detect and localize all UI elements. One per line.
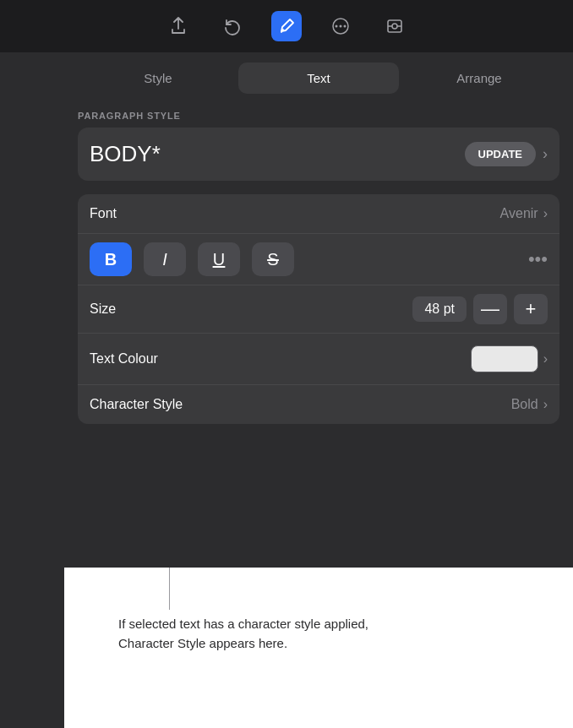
size-value: 48 pt (412, 296, 467, 322)
paintbrush-icon[interactable] (271, 11, 302, 41)
font-row[interactable]: Font Avenir › (78, 194, 559, 234)
undo-icon[interactable] (217, 11, 248, 41)
paragraph-style-name: BODY* (90, 141, 161, 167)
paragraph-style-actions: UPDATE › (465, 142, 548, 166)
tab-arrange[interactable]: Arrange (399, 62, 559, 94)
character-style-label: Character Style (90, 397, 183, 412)
size-row: Size 48 pt — + (78, 285, 559, 334)
tab-text[interactable]: Text (238, 62, 399, 94)
svg-point-1 (340, 25, 342, 28)
paragraph-style-chevron[interactable]: › (543, 145, 548, 163)
svg-point-5 (392, 24, 397, 29)
text-colour-label: Text Colour (90, 351, 158, 367)
text-colour-chevron: › (543, 351, 548, 367)
strikethrough-button[interactable]: S (252, 242, 294, 276)
more-format-button[interactable]: ••• (528, 248, 548, 270)
annotation-box: If selected text has a character style a… (118, 615, 406, 653)
annotation-text: If selected text has a character style a… (118, 617, 368, 650)
font-chevron: › (543, 206, 548, 221)
paragraph-style-row: BODY* UPDATE › (78, 128, 559, 181)
text-colour-value: › (471, 345, 548, 372)
annotation-line (169, 568, 170, 610)
colour-swatch[interactable] (471, 345, 538, 372)
size-increase-button[interactable]: + (514, 294, 548, 324)
update-button[interactable]: UPDATE (465, 142, 536, 166)
sidebar-strip (0, 52, 64, 728)
character-style-chevron: › (543, 397, 548, 412)
size-decrease-button[interactable]: — (473, 294, 507, 324)
font-value: Avenir › (500, 206, 548, 221)
font-label: Font (90, 206, 117, 221)
format-buttons-row: B I U S ••• (78, 234, 559, 285)
size-controls: 48 pt — + (412, 294, 548, 324)
bold-button[interactable]: B (90, 242, 132, 276)
more-options-icon[interactable] (325, 11, 356, 41)
svg-point-2 (344, 25, 347, 28)
character-style-value: Bold › (511, 397, 548, 412)
annotation-area: If selected text has a character style a… (64, 568, 573, 728)
share-icon[interactable] (163, 11, 194, 41)
underline-button[interactable]: U (198, 242, 240, 276)
paragraph-style-card: BODY* UPDATE › (78, 128, 559, 181)
character-style-row[interactable]: Character Style Bold › (78, 385, 559, 424)
view-icon[interactable] (379, 11, 410, 41)
tab-style[interactable]: Style (78, 62, 238, 94)
font-card: Font Avenir › B I U S ••• Size 48 pt — (78, 194, 559, 424)
paragraph-style-label: PARAGRAPH STYLE (78, 111, 559, 121)
text-colour-row[interactable]: Text Colour › (78, 334, 559, 385)
italic-button[interactable]: I (144, 242, 186, 276)
size-label: Size (90, 302, 412, 317)
svg-point-0 (336, 25, 338, 28)
toolbar (0, 0, 573, 52)
tabs-container: Style Text Arrange (64, 52, 573, 94)
